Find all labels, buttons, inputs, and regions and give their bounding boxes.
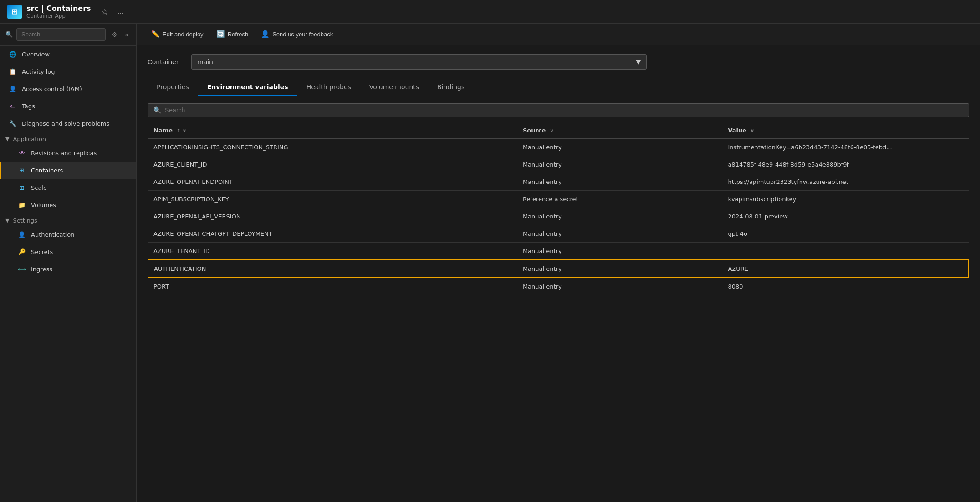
table-row[interactable]: APIM_SUBSCRIPTION_KEYReference a secretk… <box>148 191 969 208</box>
star-button[interactable]: ☆ <box>99 6 110 18</box>
env-name: APIM_SUBSCRIPTION_KEY <box>148 191 517 208</box>
sidebar-item-label: Tags <box>22 103 35 110</box>
content-area: ✏️ Edit and deploy 🔄 Refresh 👤 Send us y… <box>137 24 980 502</box>
overview-icon: 🌐 <box>8 50 17 59</box>
table-row[interactable]: AZURE_CLIENT_IDManual entrya814785f-48e9… <box>148 156 969 173</box>
container-select[interactable]: main ▼ <box>191 54 647 70</box>
ingress-icon: ⟺ <box>17 264 26 274</box>
sidebar-item-secrets[interactable]: 🔑 Secrets <box>0 243 136 260</box>
section-settings[interactable]: ▼ Settings <box>0 213 136 226</box>
sidebar-item-label: Diagnose and solve problems <box>22 120 109 127</box>
env-value: 2024-08-01-preview <box>722 208 969 225</box>
sidebar-item-authentication[interactable]: 👤 Authentication <box>0 226 136 243</box>
sidebar-item-label: Secrets <box>31 248 53 255</box>
env-search-bar: 🔍 <box>148 103 969 117</box>
sidebar-item-label: Scale <box>31 184 47 191</box>
sort-icon-name: ↑ ∨ <box>177 128 187 134</box>
env-value: 8080 <box>722 278 969 295</box>
col-header-value[interactable]: Value ∨ <box>722 122 969 139</box>
env-name: APPLICATIONINSIGHTS_CONNECTION_STRING <box>148 139 517 156</box>
col-header-source[interactable]: Source ∨ <box>517 122 723 139</box>
sort-icon-value: ∨ <box>750 128 755 134</box>
tab-properties[interactable]: Properties <box>148 79 198 96</box>
page-subtitle: Container App <box>26 13 91 19</box>
sidebar-item-revisions[interactable]: 👁 Revisions and replicas <box>0 144 136 162</box>
table-row[interactable]: AZURE_OPENAI_CHATGPT_DEPLOYMENTManual en… <box>148 225 969 243</box>
chevron-down-icon-settings: ▼ <box>5 218 9 223</box>
env-source: Manual entry <box>517 208 723 225</box>
sidebar-item-tags[interactable]: 🏷 Tags <box>0 97 136 115</box>
env-value: a814785f-48e9-448f-8d59-e5a4e889bf9f <box>722 156 969 173</box>
env-name: AZURE_CLIENT_ID <box>148 156 517 173</box>
table-row[interactable]: AZURE_OPENAI_API_VERSIONManual entry2024… <box>148 208 969 225</box>
title-bar: ⊞ src | Containers Container App ☆ ... <box>0 0 980 24</box>
table-row[interactable]: PORTManual entry8080 <box>148 278 969 295</box>
container-label: Container <box>148 58 184 66</box>
env-name: AZURE_OPENAI_CHATGPT_DEPLOYMENT <box>148 225 517 243</box>
settings-icon[interactable]: ⚙ <box>109 30 120 39</box>
sidebar-item-label: Volumes <box>31 202 56 208</box>
env-search-input[interactable] <box>165 106 963 114</box>
feedback-icon: 👤 <box>261 30 270 38</box>
container-selector-row: Container main ▼ <box>148 54 969 70</box>
table-row[interactable]: APPLICATIONINSIGHTS_CONNECTION_STRINGMan… <box>148 139 969 156</box>
env-name: AZURE_OPENAI_API_VERSION <box>148 208 517 225</box>
sidebar-item-label: Access control (IAM) <box>22 86 82 92</box>
refresh-icon: 🔄 <box>216 30 225 38</box>
env-source: Reference a secret <box>517 191 723 208</box>
table-row[interactable]: AZURE_OPENAI_ENDPOINTManual entryhttps:/… <box>148 173 969 191</box>
tab-env-variables[interactable]: Environment variables <box>198 79 297 96</box>
feedback-button[interactable]: 👤 Send us your feedback <box>255 27 338 41</box>
env-name: AUTHENTICATION <box>148 260 517 278</box>
sidebar-item-activity-log[interactable]: 📋 Activity log <box>0 63 136 80</box>
tab-volume-mounts[interactable]: Volume mounts <box>360 79 428 96</box>
chevron-down-icon-select: ▼ <box>636 58 641 66</box>
section-label: Settings <box>13 217 37 224</box>
sidebar-item-access-control[interactable]: 👤 Access control (IAM) <box>0 80 136 97</box>
more-button[interactable]: ... <box>116 6 126 18</box>
sidebar-item-label: Activity log <box>22 68 55 75</box>
env-value: AZURE <box>722 260 969 278</box>
edit-deploy-button[interactable]: ✏️ Edit and deploy <box>146 27 209 41</box>
env-value: https://apimtupr2323tyfnw.azure-api.net <box>722 173 969 191</box>
sidebar-item-ingress[interactable]: ⟺ Ingress <box>0 260 136 278</box>
diagnose-icon: 🔧 <box>8 119 17 128</box>
tabs-bar: Properties Environment variables Health … <box>148 79 969 96</box>
table-row[interactable]: AZURE_TENANT_IDManual entry <box>148 243 969 260</box>
content-toolbar: ✏️ Edit and deploy 🔄 Refresh 👤 Send us y… <box>137 24 980 45</box>
app-logo: ⊞ <box>7 5 22 19</box>
env-value: gpt-4o <box>722 225 969 243</box>
sidebar: 🔍 ⚙ « 🌐 Overview 📋 Activity log 👤 Access… <box>0 24 137 502</box>
application-children: 👁 Revisions and replicas ⊞ Containers ⊞ … <box>0 144 136 213</box>
col-header-name[interactable]: Name ↑ ∨ <box>148 122 517 139</box>
search-icon: 🔍 <box>5 31 13 38</box>
env-name: PORT <box>148 278 517 295</box>
sidebar-search-bar: 🔍 ⚙ « <box>0 24 136 46</box>
content-body: Container main ▼ Properties Environment … <box>137 45 980 502</box>
sidebar-item-overview[interactable]: 🌐 Overview <box>0 46 136 63</box>
page-title: src | Containers <box>26 4 91 13</box>
table-row[interactable]: AUTHENTICATIONManual entryAZURE <box>148 260 969 278</box>
sidebar-item-diagnose[interactable]: 🔧 Diagnose and solve problems <box>0 115 136 132</box>
sidebar-item-containers[interactable]: ⊞ Containers <box>0 162 136 179</box>
env-value: kvapimsubscriptionkey <box>722 191 969 208</box>
section-application[interactable]: ▼ Application <box>0 132 136 144</box>
env-table: Name ↑ ∨ Source ∨ Value ∨ AP <box>148 122 969 295</box>
revisions-icon: 👁 <box>17 148 26 157</box>
tags-icon: 🏷 <box>8 101 17 111</box>
search-input[interactable] <box>16 28 106 41</box>
tab-health-probes[interactable]: Health probes <box>297 79 360 96</box>
access-control-icon: 👤 <box>8 84 17 93</box>
sidebar-item-volumes[interactable]: 📁 Volumes <box>0 196 136 213</box>
scale-icon: ⊞ <box>17 183 26 192</box>
collapse-icon[interactable]: « <box>122 30 131 39</box>
tab-bindings[interactable]: Bindings <box>428 79 474 96</box>
env-source: Manual entry <box>517 225 723 243</box>
sidebar-item-scale[interactable]: ⊞ Scale <box>0 179 136 196</box>
env-source: Manual entry <box>517 156 723 173</box>
refresh-button[interactable]: 🔄 Refresh <box>211 27 254 41</box>
table-header-row: Name ↑ ∨ Source ∨ Value ∨ <box>148 122 969 139</box>
env-name: AZURE_OPENAI_ENDPOINT <box>148 173 517 191</box>
settings-children: 👤 Authentication 🔑 Secrets ⟺ Ingress <box>0 226 136 278</box>
title-text: src | Containers Container App <box>26 4 91 19</box>
